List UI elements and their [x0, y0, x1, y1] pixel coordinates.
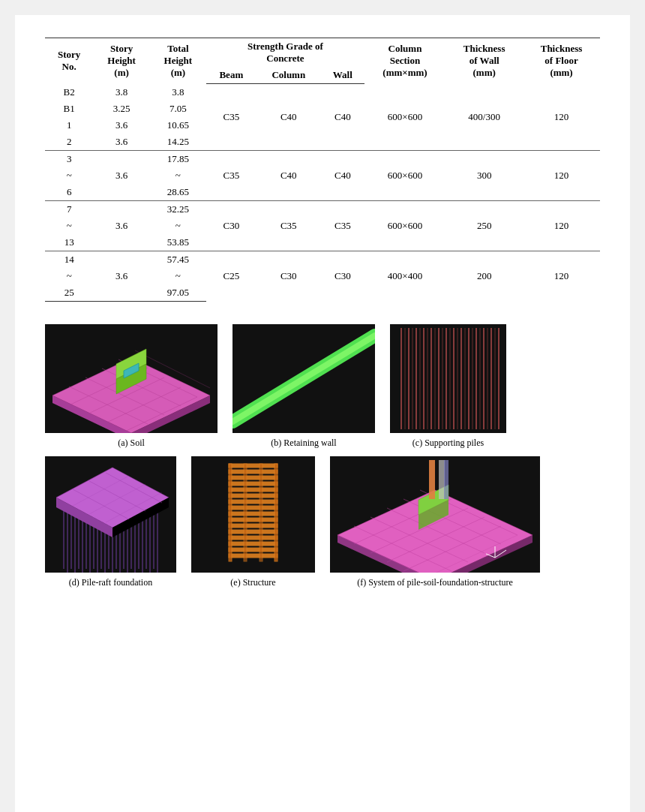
figures-row-2: (d) Pile-raft foundation — [45, 456, 600, 588]
svg-rect-96 — [229, 500, 278, 504]
svg-rect-93 — [229, 518, 278, 522]
figure-pile-raft: (d) Pile-raft foundation — [45, 456, 176, 588]
table-row: 317.85 C35C40C40 600×600300120 — [45, 150, 600, 167]
table-row: 1457.45 C25C30C30 400×400200120 — [45, 251, 600, 268]
svg-rect-94 — [229, 512, 278, 516]
svg-rect-106 — [260, 464, 262, 561]
svg-rect-100 — [229, 476, 278, 480]
figure-structure: (e) Structure — [191, 456, 315, 588]
caption-structure: (e) Structure — [230, 577, 275, 588]
svg-rect-124 — [429, 460, 435, 499]
data-table: StoryNo. StoryHeight(m) TotalHeight(m) S… — [45, 38, 600, 302]
caption-retaining: (b) Retaining wall — [271, 438, 336, 449]
header-wall: Wall — [321, 67, 364, 84]
caption-system: (f) System of pile-soil-foundation-struc… — [357, 577, 513, 588]
svg-rect-97 — [229, 494, 278, 498]
header-story-height: StoryHeight(m) — [93, 38, 149, 84]
figure-pile-raft-box — [45, 456, 176, 573]
header-thickness-floor: Thicknessof Floor(mm) — [523, 38, 600, 84]
figure-soil-box — [45, 324, 218, 433]
header-beam: Beam — [206, 67, 256, 84]
caption-piles: (c) Supporting piles — [412, 438, 484, 449]
header-story-no: StoryNo. — [45, 38, 93, 84]
svg-rect-103 — [229, 464, 232, 561]
header-strength-grade: Strength Grade ofConcrete — [206, 38, 364, 68]
svg-rect-105 — [244, 464, 247, 561]
figure-piles-box — [390, 324, 506, 433]
svg-rect-89 — [229, 542, 278, 546]
svg-rect-88 — [229, 548, 278, 552]
svg-rect-126 — [444, 460, 448, 499]
figure-system-box — [330, 456, 540, 573]
figure-structure-box — [191, 456, 315, 573]
table-row: B23.83.8 C35C40C40 600×600400/300120 — [45, 84, 600, 101]
table-row: 732.25 C30C35C35 600×600250120 — [45, 200, 600, 218]
header-column: Column — [256, 67, 321, 84]
caption-pile-raft: (d) Pile-raft foundation — [69, 577, 152, 588]
figure-soil: (a) Soil — [45, 324, 218, 449]
svg-rect-98 — [229, 488, 278, 492]
header-thickness-wall: Thicknessof Wall(mm) — [446, 38, 523, 84]
figure-retaining: (b) Retaining wall — [232, 324, 375, 449]
figure-retaining-box — [232, 324, 375, 433]
figure-system: (f) System of pile-soil-foundation-struc… — [330, 456, 540, 588]
figures-row-1: (a) Soil (b) Retaining wall — [45, 324, 600, 449]
header-column-section: ColumnSection(mm×mm) — [364, 38, 446, 84]
svg-rect-95 — [229, 506, 278, 510]
svg-rect-87 — [229, 554, 278, 558]
figures-section: (a) Soil (b) Retaining wall — [45, 324, 600, 588]
svg-rect-90 — [229, 536, 278, 540]
svg-rect-21 — [390, 324, 506, 433]
svg-rect-91 — [229, 530, 278, 534]
svg-rect-92 — [229, 524, 278, 528]
svg-rect-125 — [439, 460, 445, 499]
svg-rect-101 — [229, 470, 278, 474]
header-total-height: TotalHeight(m) — [150, 38, 206, 84]
page: StoryNo. StoryHeight(m) TotalHeight(m) S… — [15, 15, 630, 812]
svg-rect-104 — [274, 464, 278, 561]
figure-piles: (c) Supporting piles — [390, 324, 506, 449]
svg-rect-99 — [229, 482, 278, 486]
caption-soil: (a) Soil — [118, 438, 145, 449]
svg-rect-102 — [229, 464, 278, 468]
